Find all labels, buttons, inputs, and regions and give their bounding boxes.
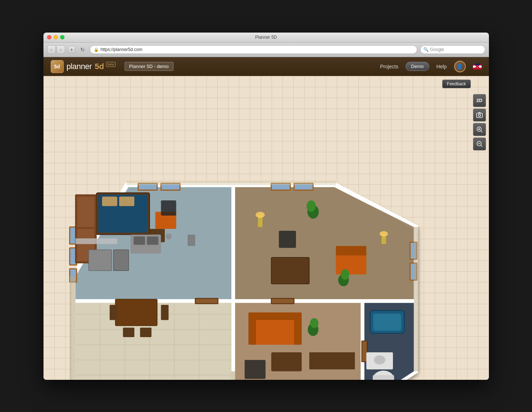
svg-rect-70: [113, 250, 129, 271]
svg-rect-67: [133, 236, 145, 245]
svg-rect-65: [75, 238, 117, 244]
svg-rect-75: [161, 305, 168, 320]
right-toolbar: 2D: [473, 94, 486, 150]
add-tab-button[interactable]: +: [68, 46, 75, 53]
search-bar[interactable]: 🔍 Google: [420, 45, 485, 54]
svg-rect-81: [294, 318, 302, 345]
svg-rect-88: [373, 313, 401, 330]
title-bar: Planner 5D: [43, 33, 489, 43]
svg-rect-0: [477, 113, 482, 118]
logo-text: planner: [67, 62, 92, 71]
projects-link[interactable]: Projects: [380, 64, 398, 69]
project-name[interactable]: Planner 5D - demo: [125, 62, 173, 71]
maximize-button[interactable]: [60, 35, 64, 39]
svg-rect-80: [248, 318, 256, 345]
camera-icon: [476, 112, 483, 118]
screenshot-button[interactable]: [473, 109, 486, 122]
svg-point-57: [255, 212, 264, 218]
mac-window: Planner 5D ‹ › + ↻ 🔒 https://planner5d.c…: [43, 33, 489, 380]
zoom-in-icon: [476, 126, 483, 133]
svg-point-1: [478, 114, 481, 116]
svg-rect-63: [77, 196, 94, 227]
main-canvas[interactable]: Feedback 2D: [43, 76, 489, 380]
svg-point-61: [380, 231, 388, 237]
svg-line-8: [481, 145, 482, 147]
svg-rect-73: [140, 327, 151, 337]
svg-rect-82: [271, 352, 302, 371]
zoom-out-button[interactable]: [473, 137, 486, 150]
demo-button[interactable]: Demo: [406, 62, 429, 71]
feedback-button[interactable]: Feedback: [442, 80, 471, 88]
logo-icon: 5d: [51, 60, 64, 73]
svg-point-92: [374, 355, 385, 364]
svg-line-5: [481, 131, 482, 132]
refresh-button[interactable]: ↻: [78, 45, 87, 54]
app-header: 5d planner 5d beta Planner 5D - demo Pro…: [43, 57, 489, 76]
svg-rect-46: [119, 196, 134, 206]
svg-rect-53: [336, 246, 366, 255]
svg-marker-95: [414, 227, 419, 371]
svg-rect-71: [115, 299, 157, 326]
url-text: https://planner5d.com: [101, 47, 142, 52]
forward-button[interactable]: ›: [56, 45, 65, 54]
close-button[interactable]: [47, 35, 51, 39]
svg-point-59: [341, 269, 349, 280]
svg-rect-51: [279, 231, 296, 248]
svg-rect-90: [373, 375, 394, 380]
svg-rect-68: [147, 236, 158, 245]
language-flag[interactable]: [473, 64, 482, 69]
svg-rect-42: [361, 341, 367, 362]
help-link[interactable]: Help: [436, 64, 447, 69]
svg-rect-41: [271, 298, 294, 303]
window-title: Planner 5D: [255, 35, 277, 40]
svg-rect-45: [102, 196, 117, 206]
logo-area: 5d planner 5d beta: [51, 60, 116, 73]
svg-point-76: [166, 233, 172, 239]
svg-rect-50: [271, 257, 309, 284]
svg-point-55: [306, 200, 315, 212]
svg-rect-74: [109, 305, 117, 320]
svg-rect-40: [195, 298, 218, 303]
svg-rect-69: [89, 250, 112, 271]
logo-5d-text: 5d: [95, 62, 104, 71]
svg-rect-72: [123, 327, 134, 337]
svg-rect-84: [244, 360, 265, 379]
beta-badge: beta: [106, 62, 116, 67]
browser-toolbar: ‹ › + ↻ 🔒 https://planner5d.com 🔍 Google: [43, 43, 489, 57]
svg-rect-52: [336, 254, 366, 275]
nav-buttons: ‹ ›: [47, 45, 65, 54]
traffic-lights: [47, 35, 64, 39]
ssl-icon: 🔒: [94, 47, 99, 52]
search-icon: 🔍: [423, 47, 429, 52]
search-placeholder: Google: [430, 47, 444, 52]
zoom-out-icon: [476, 141, 483, 147]
2d-view-button[interactable]: 2D: [473, 94, 486, 107]
svg-marker-17: [235, 187, 414, 299]
svg-rect-78: [248, 318, 302, 345]
svg-rect-48: [161, 200, 176, 216]
svg-rect-83: [309, 352, 355, 369]
url-bar[interactable]: 🔒 https://planner5d.com: [90, 45, 417, 54]
user-avatar[interactable]: 👤: [454, 61, 466, 72]
svg-rect-79: [248, 312, 302, 320]
back-button[interactable]: ‹: [47, 45, 56, 54]
svg-rect-77: [188, 234, 195, 246]
svg-point-86: [310, 318, 318, 328]
minimize-button[interactable]: [54, 35, 58, 39]
zoom-in-button[interactable]: [473, 123, 486, 136]
header-nav: Projects Demo Help 👤: [380, 61, 481, 72]
svg-marker-93: [70, 276, 75, 380]
floorplan-svg: [51, 94, 469, 380]
svg-marker-94: [127, 180, 336, 185]
